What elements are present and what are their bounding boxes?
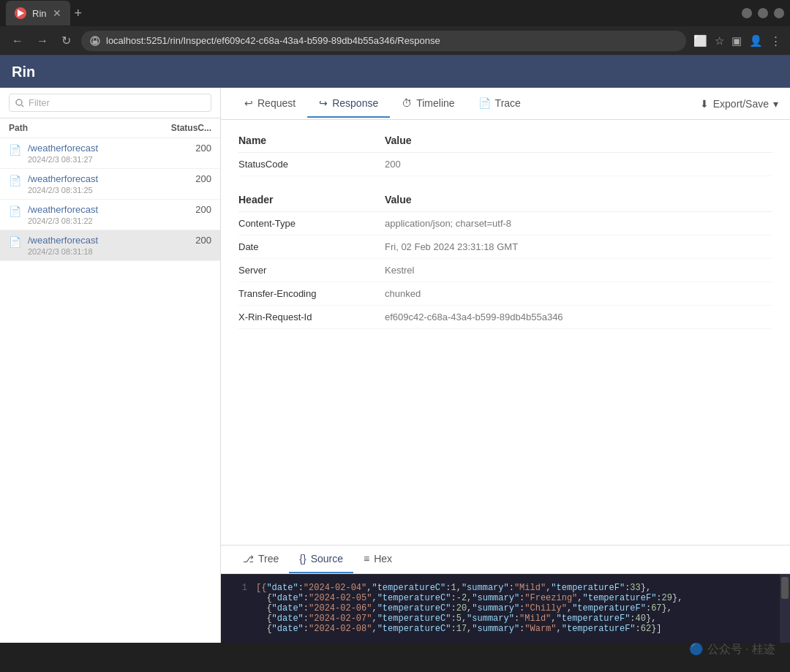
item-path: /weatherforecast [28, 204, 191, 215]
sidebar: Filter Path StatusC... 📄 /weatherforecas… [0, 88, 221, 643]
trace-tab-icon: 📄 [478, 97, 491, 109]
lock-icon [90, 36, 100, 46]
header-name: Transfer-Encoding [238, 282, 385, 306]
search-icon [15, 99, 24, 107]
download-icon: ⬇ [700, 98, 709, 110]
table-row: Date Fri, 02 Feb 2024 23:31:18 GMT [238, 235, 772, 259]
forward-button[interactable]: → [34, 31, 51, 50]
response-details: Name Value StatusCode 200 [221, 120, 790, 545]
status-section: Name Value StatusCode 200 [238, 132, 772, 176]
url-text: localhost:5251/rin/Inspect/ef609c42-c68a… [106, 35, 677, 46]
bookmark-icon[interactable]: ☆ [715, 34, 724, 48]
name-column-header: Name [238, 132, 385, 153]
title-bar: Rin ✕ + − □ ✕ [0, 0, 790, 26]
item-status: 200 [195, 235, 211, 246]
minimize-button[interactable]: − [742, 8, 752, 18]
item-status: 200 [195, 143, 211, 154]
tabs-bar: ↩ Request ↪ Response ⏱ Timeline 📄 Trace … [221, 88, 790, 120]
table-row: StatusCode 200 [238, 153, 772, 176]
file-icon: 📄 [9, 236, 23, 248]
new-tab-button[interactable]: + [75, 6, 83, 21]
source-tab-icon: {} [299, 553, 306, 565]
tabs-left: ↩ Request ↪ Response ⏱ Timeline 📄 Trace [233, 90, 533, 118]
tab-close-button[interactable]: ✕ [53, 7, 61, 19]
tab-request[interactable]: ↩ Request [233, 90, 307, 118]
table-row: Server Kestrel [238, 259, 772, 282]
refresh-button[interactable]: ↻ [59, 31, 74, 50]
item-info: /weatherforecast 2024/2/3 08:31:25 [28, 173, 191, 195]
menu-icon[interactable]: ⋮ [770, 34, 781, 48]
tab-timeline-label: Timeline [416, 97, 454, 109]
chevron-down-icon: ▾ [773, 98, 778, 110]
maximize-button[interactable]: □ [758, 8, 768, 18]
bottom-tabs: ⎇ Tree {} Source ≡ Hex [221, 545, 790, 574]
item-status: 200 [195, 173, 211, 184]
header-table: Header Value Content-Type application/js… [238, 191, 772, 329]
browser-tab[interactable]: Rin ✕ [6, 1, 70, 26]
bottom-tab-hex[interactable]: ≡ Hex [353, 545, 402, 573]
header-value: Kestrel [385, 259, 772, 282]
header-name: X-Rin-Request-Id [238, 306, 385, 329]
split-view-icon[interactable]: ▣ [731, 34, 742, 48]
sidebar-item[interactable]: 📄 /weatherforecast 2024/2/3 08:31:22 200 [0, 200, 220, 230]
sidebar-item[interactable]: 📄 /weatherforecast 2024/2/3 08:31:27 200 [0, 138, 220, 169]
bottom-tab-tree[interactable]: ⎇ Tree [233, 545, 289, 573]
item-date: 2024/2/3 08:31:18 [28, 247, 191, 256]
source-scrollbar[interactable] [780, 574, 790, 643]
header-name: Date [238, 235, 385, 259]
content-area: ↩ Request ↪ Response ⏱ Timeline 📄 Trace … [221, 88, 790, 643]
hex-tab-label: Hex [374, 553, 392, 565]
value-column-header2: Value [385, 191, 772, 212]
response-tab-icon: ↪ [319, 97, 328, 109]
item-info: /weatherforecast 2024/2/3 08:31:22 [28, 204, 191, 225]
file-icon: 📄 [9, 205, 23, 217]
sidebar-list: 📄 /weatherforecast 2024/2/3 08:31:27 200… [0, 138, 220, 643]
tree-tab-icon: ⎇ [243, 554, 254, 565]
source-code-area[interactable]: 1 [{"date":"2024-02-04","temperatureC":1… [221, 574, 790, 643]
url-input[interactable]: localhost:5251/rin/Inspect/ef609c42-c68a… [81, 31, 686, 51]
profile-icon[interactable]: 👤 [749, 34, 763, 48]
filter-input-box[interactable]: Filter [9, 94, 211, 112]
value-column-header: Value [385, 132, 772, 153]
timeline-tab-icon: ⏱ [402, 97, 412, 109]
table-row: Transfer-Encoding chunked [238, 282, 772, 306]
hex-tab-icon: ≡ [364, 553, 369, 565]
header-column-header: Header [238, 191, 385, 212]
filter-placeholder: Filter [29, 97, 50, 108]
tab-response[interactable]: ↪ Response [307, 90, 390, 118]
app-header: Rin [0, 56, 790, 88]
item-info: /weatherforecast 2024/2/3 08:31:18 [28, 235, 191, 256]
file-icon: 📄 [9, 144, 23, 156]
export-label: Export/Save [713, 98, 769, 110]
svg-line-3 [22, 105, 24, 107]
watermark: 🔵 公众号 · 桂迹 [689, 642, 775, 657]
tab-timeline[interactable]: ⏱ Timeline [390, 90, 466, 118]
extensions-icon[interactable]: ⬜ [693, 34, 707, 48]
status-code-value: 200 [385, 153, 772, 176]
source-content: [{"date":"2024-02-04","temperatureC":1,"… [256, 583, 682, 634]
header-value: Fri, 02 Feb 2024 23:31:18 GMT [385, 235, 772, 259]
request-tab-icon: ↩ [244, 97, 253, 109]
export-save-button[interactable]: ⬇ Export/Save ▾ [700, 98, 778, 110]
bottom-tab-source[interactable]: {} Source [289, 545, 353, 573]
back-button[interactable]: ← [9, 31, 26, 50]
header-section: Header Value Content-Type application/js… [238, 191, 772, 329]
window-controls: − □ ✕ [742, 8, 784, 18]
tree-tab-label: Tree [258, 553, 279, 565]
tab-response-label: Response [332, 97, 378, 109]
close-button[interactable]: ✕ [774, 8, 784, 18]
tab-trace[interactable]: 📄 Trace [467, 90, 533, 118]
sidebar-header: Path StatusC... [0, 118, 220, 138]
item-path: /weatherforecast [28, 173, 191, 184]
item-date: 2024/2/3 08:31:22 [28, 216, 191, 225]
sidebar-item[interactable]: 📄 /weatherforecast 2024/2/3 08:31:25 200 [0, 169, 220, 200]
item-date: 2024/2/3 08:31:25 [28, 186, 191, 195]
status-column-header: StatusC... [171, 123, 211, 133]
sidebar-filter-area: Filter [0, 88, 220, 118]
line-number: 1 [230, 583, 247, 634]
sidebar-item-active[interactable]: 📄 /weatherforecast 2024/2/3 08:31:18 200 [0, 230, 220, 261]
address-bar: ← → ↻ localhost:5251/rin/Inspect/ef609c4… [0, 26, 790, 56]
tab-trace-label: Trace [495, 97, 521, 109]
scroll-thumb [781, 577, 789, 599]
file-icon: 📄 [9, 175, 23, 186]
